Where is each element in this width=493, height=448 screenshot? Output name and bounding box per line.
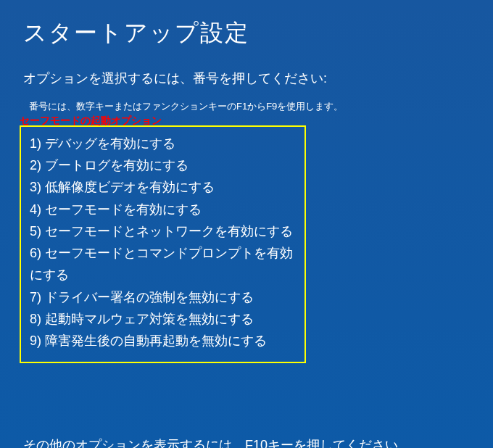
options-highlight-box: 1) デバッグを有効にする 2) ブートログを有効にする 3) 低解像度ビデオを… <box>20 125 306 363</box>
page-title: スタートアップ設定 <box>23 17 470 49</box>
footer-f10-instruction: その他のオプションを表示するには、F10キーを押してください <box>23 434 470 448</box>
sub-instruction-text: 番号には、数字キーまたはファンクションキーのF1からF9を使用します。 <box>29 100 470 113</box>
option-4[interactable]: 4) セーフモードを有効にする <box>30 199 296 220</box>
option-5[interactable]: 5) セーフモードとネットワークを有効にする <box>30 220 296 242</box>
option-9[interactable]: 9) 障害発生後の自動再起動を無効にする <box>30 330 296 352</box>
footer-instructions: その他のオプションを表示するには、F10キーを押してください オペレーティングシ… <box>23 434 470 448</box>
option-2[interactable]: 2) ブートログを有効にする <box>30 154 296 176</box>
option-8[interactable]: 8) 起動時マルウェア対策を無効にする <box>30 308 296 330</box>
startup-settings-screen: スタートアップ設定 オプションを選択するには、番号を押してください: 番号には、… <box>0 0 493 448</box>
option-3[interactable]: 3) 低解像度ビデオを有効にする <box>30 176 296 198</box>
option-7[interactable]: 7) ドライバー署名の強制を無効にする <box>30 286 296 308</box>
instruction-text: オプションを選択するには、番号を押してください: <box>23 70 470 87</box>
annotation-label: セーフモードの起動オプション <box>20 115 470 128</box>
option-6[interactable]: 6) セーフモードとコマンドプロンプトを有効にする <box>30 242 296 286</box>
option-1[interactable]: 1) デバッグを有効にする <box>30 133 296 154</box>
